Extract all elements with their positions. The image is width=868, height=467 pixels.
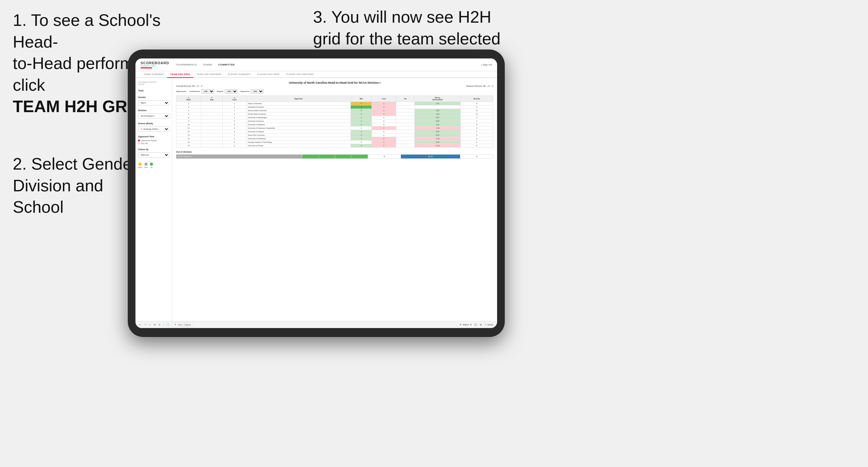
table-row: 10 5 University of Alabama 3 0 2.61 8	[176, 123, 493, 126]
cell-reg	[201, 120, 222, 123]
col-win: Win	[351, 96, 372, 102]
legend-up: Up	[150, 163, 153, 168]
grid-btn[interactable]: ⊞	[480, 323, 482, 326]
table-row: 8 2 University of Washington 1 0 3.67 3	[176, 116, 493, 120]
cell-reg	[201, 137, 222, 141]
annotation-mid-left: 2. Select Gender, Division and School	[13, 153, 141, 218]
cell-reg	[201, 133, 222, 137]
cell-diff: 4.50	[415, 141, 460, 144]
cell-win: 0	[351, 126, 372, 130]
cell-reg	[201, 102, 222, 105]
out-div-diff: 26.00	[401, 155, 460, 159]
opponent-view-section: Opponent View Opponents Played Top 100	[138, 135, 169, 145]
cell-diff	[415, 105, 460, 109]
cell-diff: 2.29	[415, 109, 460, 113]
cell-conf: 6	[222, 141, 246, 144]
cell-tie	[396, 130, 414, 133]
main-content: Last Updated: 27/03/202416:55:38 Team Ge…	[135, 78, 497, 321]
table-row: 13 1 Texas Tech University 3 0 5.56 9	[176, 133, 493, 137]
table-row: 9 3 University of Arizona 1 0 9.00 2	[176, 120, 493, 123]
out-div-tie: 0	[368, 155, 401, 159]
annotation-ml-line2: Division and	[13, 176, 103, 195]
opponent-filter-select[interactable]: (All)	[250, 89, 264, 94]
radio-group: Opponents Played Top 100	[138, 139, 169, 145]
radio-opponents-dot	[138, 139, 140, 142]
sub-nav: TEAM SUMMARY TEAM H2H GRID TEAM H2H HEAT…	[135, 71, 497, 78]
region-filter-select[interactable]: (All)	[225, 89, 238, 94]
watch-icon: 👁	[459, 323, 462, 326]
logo-bar	[141, 67, 152, 68]
cell-rank: 10	[176, 123, 201, 126]
subnav-player-h2h-grid[interactable]: PLAYER H2H GRID	[254, 71, 283, 78]
table-row: 14 2 University of Oklahoma 1 2 -1.00 9	[176, 137, 493, 141]
legend-down-circle	[138, 163, 142, 166]
toolbar-divider1	[163, 323, 163, 327]
comment-btn[interactable]: 💬	[474, 323, 477, 326]
legend-down: Down	[138, 163, 142, 168]
colour-by-select[interactable]: Win/Loss	[138, 152, 169, 157]
clock-btn[interactable]: 🕐	[166, 323, 169, 326]
cell-rank: 15	[176, 141, 201, 144]
opponent-filter-group: Opponent (All)	[240, 89, 264, 94]
subnav-player-summary[interactable]: PLAYER SUMMARY	[225, 71, 254, 78]
cell-rounds: 9	[460, 102, 493, 105]
out-div-win: 1	[302, 155, 335, 159]
cell-rounds: 9	[460, 144, 493, 148]
gender-select[interactable]: Men's	[138, 100, 169, 105]
cell-conf: 2	[222, 113, 246, 116]
col-conf: #Conf	[222, 96, 246, 102]
cell-opponent: University of Arkansas, Fayetteville	[246, 126, 351, 130]
back-btn[interactable]: ↙	[149, 323, 151, 326]
annotation-tr-line1: 3. You will now see H2H	[313, 8, 491, 26]
region-filter-group: Region (All)	[217, 89, 238, 94]
last-updated: Last Updated: 27/03/202416:55:38	[138, 81, 169, 86]
cell-diff: 2.61	[415, 123, 460, 126]
grid-title: University of North Carolina Head-to-Hea…	[176, 81, 493, 84]
cell-rounds: 9	[460, 137, 493, 141]
cell-reg	[201, 109, 222, 113]
subnav-team-summary[interactable]: TEAM SUMMARY	[141, 71, 167, 78]
watch-btn[interactable]: 👁 Watch ▼	[459, 323, 472, 326]
subnav-team-h2h-grid[interactable]: TEAM H2H GRID	[167, 71, 193, 78]
conf-filter-select[interactable]: (All)	[201, 89, 214, 94]
view-original-btn[interactable]: 👁 View: Original	[172, 322, 193, 327]
nav-teams[interactable]: TEAMS	[203, 63, 212, 66]
zoom-btn[interactable]: ⊕	[158, 323, 161, 326]
cell-conf: 1	[222, 102, 246, 105]
cell-win: 2	[351, 102, 372, 105]
nav-tournaments[interactable]: TOURNAMENTS	[176, 63, 197, 66]
filter-opponents-label: Opponents:	[176, 90, 187, 92]
school-select[interactable]: 1. University of Nort...	[138, 126, 169, 132]
cell-diff: 2.33	[415, 130, 460, 133]
logo-sub: Powered by clippi	[141, 65, 156, 67]
cell-tie	[396, 105, 414, 109]
cell-diff: -4.33	[415, 126, 460, 130]
grid-panel: University of North Carolina Head-to-Hea…	[172, 78, 497, 321]
legend: Down Level Up	[138, 163, 169, 168]
subnav-team-h2h-heatmap[interactable]: TEAM H2H HEATMAP	[193, 71, 225, 78]
table-row: 12 3 University of Virginia 1 0 2.33 3	[176, 130, 493, 133]
cell-loss: 1	[372, 144, 396, 148]
cell-reg	[201, 113, 222, 116]
radio-top100[interactable]: Top 100	[138, 143, 169, 145]
cell-diff: 1.67	[415, 102, 460, 105]
redo-btn[interactable]: ↪	[144, 323, 146, 326]
col-loss: Loss	[372, 96, 396, 102]
undo-btn[interactable]: ↩	[139, 323, 142, 326]
nav-sign-out[interactable]: | Sign out	[481, 63, 492, 66]
radio-opponents-played[interactable]: Opponents Played	[138, 139, 169, 142]
nav-committee[interactable]: COMMITTEE	[218, 63, 235, 66]
crop-btn[interactable]: ⊞	[154, 323, 156, 326]
division-select[interactable]: NCAA Division I	[138, 114, 169, 119]
view-label: View: Original	[177, 323, 191, 326]
subnav-player-h2h-heatmap[interactable]: PLAYER H2H HEATMAP	[283, 71, 317, 78]
col-opponent: Opponent	[246, 96, 351, 102]
grid-records: Overall Record: 89 - 17 - 0 Division Rec…	[176, 85, 493, 87]
cell-opponent: University of Alabama	[246, 123, 351, 126]
share-btn[interactable]: ↗ Share	[484, 323, 493, 326]
conference-filter-group: Conference (All)	[189, 89, 214, 94]
cell-win: 3	[351, 144, 372, 148]
cell-opponent: Vanderbilt University	[246, 105, 351, 109]
cell-rounds: 2	[460, 120, 493, 123]
cell-conf: 6	[222, 126, 246, 130]
